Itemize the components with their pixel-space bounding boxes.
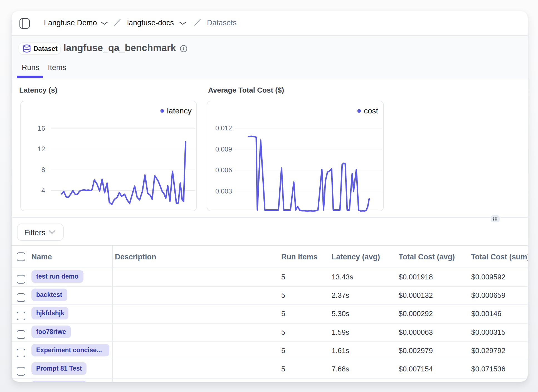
svg-text:8: 8: [41, 166, 45, 173]
svg-text:0.009: 0.009: [215, 145, 232, 153]
svg-text:latency: latency: [167, 106, 192, 115]
svg-text:4: 4: [41, 187, 45, 194]
svg-text:16: 16: [38, 125, 45, 132]
svg-text:cost: cost: [364, 106, 378, 115]
svg-text:12: 12: [38, 145, 45, 153]
svg-text:0.003: 0.003: [215, 187, 232, 195]
svg-text:0.012: 0.012: [215, 124, 232, 132]
svg-text:0.006: 0.006: [215, 166, 232, 174]
